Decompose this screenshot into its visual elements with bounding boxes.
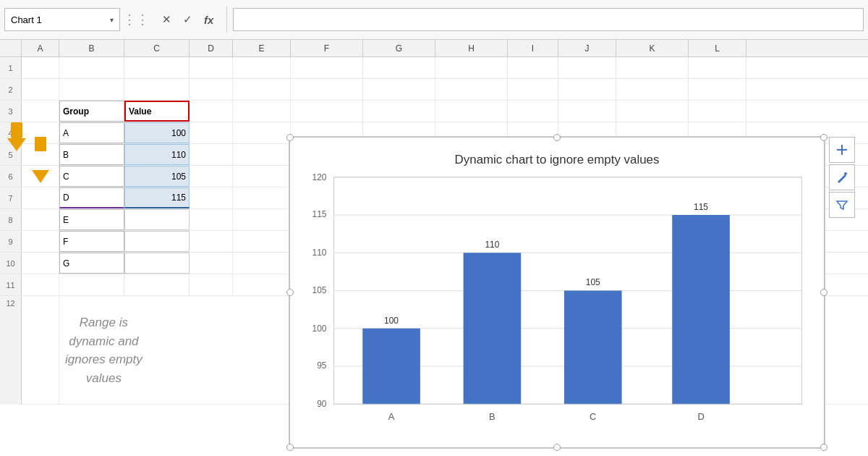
- cell-b1[interactable]: [59, 57, 124, 78]
- cell-d9[interactable]: [190, 231, 233, 252]
- bar-a[interactable]: [362, 329, 420, 405]
- cell-b9[interactable]: F: [59, 231, 124, 252]
- cell-b10[interactable]: G: [59, 253, 124, 274]
- cell-c11[interactable]: [124, 274, 190, 295]
- col-header-g[interactable]: G: [363, 40, 435, 56]
- cell-d3[interactable]: [190, 101, 233, 122]
- cancel-icon[interactable]: ✕: [159, 12, 174, 28]
- cell-e9[interactable]: [233, 231, 291, 252]
- cell-g3[interactable]: [363, 101, 435, 122]
- cell-f2[interactable]: [291, 79, 363, 100]
- cell-g1[interactable]: [363, 57, 435, 78]
- cell-a9[interactable]: [22, 231, 59, 252]
- cell-j1[interactable]: [558, 57, 616, 78]
- col-header-c[interactable]: C: [124, 40, 190, 56]
- formula-input[interactable]: [233, 8, 864, 31]
- cell-j3[interactable]: [558, 101, 616, 122]
- col-header-j[interactable]: J: [558, 40, 616, 56]
- cell-i2[interactable]: [508, 79, 558, 100]
- cell-a12[interactable]: [22, 296, 59, 405]
- col-header-a[interactable]: A: [22, 40, 59, 56]
- cell-h1[interactable]: [435, 57, 508, 78]
- cell-b8[interactable]: E: [59, 209, 124, 230]
- confirm-icon[interactable]: ✓: [180, 12, 195, 28]
- cell-d8[interactable]: [190, 209, 233, 230]
- cell-e2[interactable]: [233, 79, 291, 100]
- cell-i3[interactable]: [508, 101, 558, 122]
- cell-k3[interactable]: [616, 101, 689, 122]
- bar-d[interactable]: [672, 215, 730, 404]
- cell-b5[interactable]: B: [59, 144, 124, 165]
- name-box[interactable]: Chart 1 ▾: [4, 8, 120, 31]
- cell-a11[interactable]: [22, 274, 59, 295]
- bar-b[interactable]: [464, 253, 522, 404]
- col-header-f[interactable]: F: [291, 40, 363, 56]
- col-header-d[interactable]: D: [190, 40, 233, 56]
- cell-b11[interactable]: [59, 274, 124, 295]
- cell-c6[interactable]: 105: [124, 166, 190, 187]
- cell-e8[interactable]: [233, 209, 291, 230]
- cell-b7[interactable]: D: [59, 187, 124, 208]
- cell-e10[interactable]: [233, 253, 291, 274]
- cell-e7[interactable]: [233, 187, 291, 208]
- cell-c4[interactable]: 100: [124, 122, 190, 143]
- cell-c1[interactable]: [124, 57, 190, 78]
- cell-a10[interactable]: [22, 253, 59, 274]
- cell-k1[interactable]: [616, 57, 689, 78]
- cell-d4[interactable]: [190, 122, 233, 143]
- cell-g2[interactable]: [363, 79, 435, 100]
- svg-text:A: A: [388, 411, 395, 422]
- cell-d7[interactable]: [190, 187, 233, 208]
- col-header-k[interactable]: K: [616, 40, 689, 56]
- cell-c7[interactable]: 115: [124, 187, 190, 208]
- add-chart-element-button[interactable]: [829, 137, 855, 163]
- cell-f1[interactable]: [291, 57, 363, 78]
- cell-b6[interactable]: C: [59, 166, 124, 187]
- cell-d11[interactable]: [190, 274, 233, 295]
- cell-e6[interactable]: [233, 166, 291, 187]
- cell-c9[interactable]: [124, 231, 190, 252]
- cell-l1[interactable]: [689, 57, 746, 78]
- cell-b3-header[interactable]: Group: [59, 101, 124, 122]
- cell-a2[interactable]: [22, 79, 59, 100]
- cell-j2[interactable]: [558, 79, 616, 100]
- cell-c8[interactable]: [124, 209, 190, 230]
- chart-filter-button[interactable]: [829, 192, 855, 218]
- cell-h2[interactable]: [435, 79, 508, 100]
- cell-k2[interactable]: [616, 79, 689, 100]
- cell-e5[interactable]: [233, 144, 291, 165]
- cell-d10[interactable]: [190, 253, 233, 274]
- cell-a6[interactable]: [22, 166, 59, 187]
- cell-d6[interactable]: [190, 166, 233, 187]
- cell-b2[interactable]: [59, 79, 124, 100]
- cell-i1[interactable]: [508, 57, 558, 78]
- cell-c10[interactable]: [124, 253, 190, 274]
- cell-c2[interactable]: [124, 79, 190, 100]
- cell-c5[interactable]: 110: [124, 144, 190, 165]
- col-header-h[interactable]: H: [435, 40, 508, 56]
- cell-e3[interactable]: [233, 101, 291, 122]
- bar-c[interactable]: [564, 291, 622, 405]
- cell-a7[interactable]: [22, 187, 59, 208]
- cell-b4[interactable]: A: [59, 122, 124, 143]
- cell-d1[interactable]: [190, 57, 233, 78]
- col-header-i[interactable]: I: [508, 40, 558, 56]
- cell-e1[interactable]: [233, 57, 291, 78]
- col-header-l[interactable]: L: [689, 40, 746, 56]
- cell-e11[interactable]: [233, 274, 291, 295]
- cell-a8[interactable]: [22, 209, 59, 230]
- chart-style-button[interactable]: [829, 164, 855, 190]
- cell-a1[interactable]: [22, 57, 59, 78]
- cell-l3[interactable]: [689, 101, 746, 122]
- cell-l2[interactable]: [689, 79, 746, 100]
- col-header-b[interactable]: B: [59, 40, 124, 56]
- cell-e4[interactable]: [233, 122, 291, 143]
- cell-d5[interactable]: [190, 144, 233, 165]
- cell-c3-header[interactable]: Value: [124, 101, 190, 122]
- col-header-e[interactable]: E: [233, 40, 291, 56]
- cell-h3[interactable]: [435, 101, 508, 122]
- chart-container[interactable]: Dynamic chart to ignore empty values 90 …: [289, 137, 825, 448]
- cell-d2[interactable]: [190, 79, 233, 100]
- cell-f3[interactable]: [291, 101, 363, 122]
- function-icon[interactable]: fx: [201, 12, 216, 28]
